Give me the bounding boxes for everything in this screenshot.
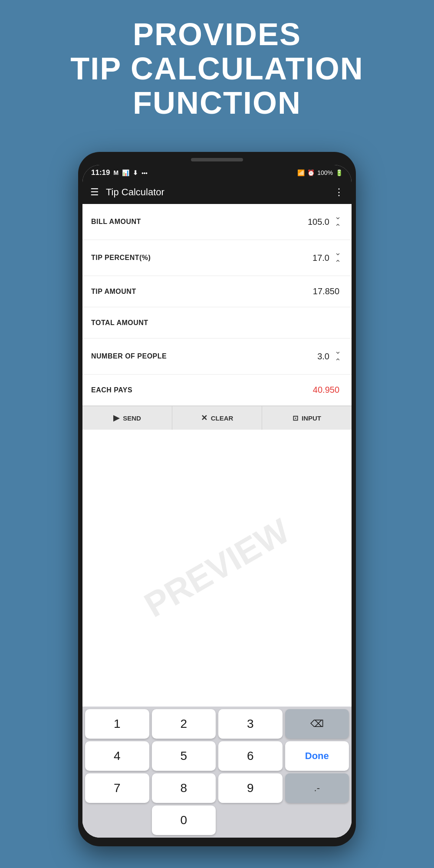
key-empty-left: [85, 806, 149, 835]
send-label: SEND: [123, 414, 141, 422]
num-people-stepper[interactable]: ⌄ ⌃: [333, 346, 343, 366]
keyboard-row-3: 7 8 9 .-: [82, 771, 352, 803]
key-5[interactable]: 5: [152, 741, 216, 771]
clear-button[interactable]: ✕ CLEAR: [172, 406, 262, 430]
num-people-value: 3.0: [295, 352, 329, 362]
phone-screen: 11:19 M 📊 ⬇ ••• 📶 ⏰ 100% 🔋 ☰ Tip Calcula…: [82, 165, 352, 838]
battery-text: 100%: [317, 169, 333, 176]
more-options-button[interactable]: ⋮: [334, 187, 344, 198]
key-2[interactable]: 2: [152, 709, 216, 739]
app-bar: ☰ Tip Calculator ⋮: [82, 181, 352, 204]
num-people-down[interactable]: ⌄: [333, 346, 343, 356]
tip-amount-row: TIP AMOUNT 17.850: [82, 276, 352, 307]
dots-icon: •••: [141, 170, 148, 176]
status-bar: 11:19 M 📊 ⬇ ••• 📶 ⏰ 100% 🔋: [82, 165, 352, 181]
key-3[interactable]: 3: [218, 709, 283, 739]
keyboard-row-2: 4 5 6 Done: [82, 739, 352, 771]
input-icon: ⊡: [293, 414, 298, 422]
each-pays-row: EACH PAYS 40.950: [82, 375, 352, 406]
input-button[interactable]: ⊡ INPUT: [262, 406, 352, 430]
bill-amount-value: 105.0: [295, 217, 329, 227]
bill-amount-down[interactable]: ⌄: [333, 212, 343, 221]
gmail-icon: M: [113, 169, 118, 176]
send-icon: ▶: [113, 413, 119, 423]
watermark: PREVIEW: [138, 511, 296, 625]
hero-line1: PROVIDES: [26, 17, 408, 52]
key-empty-right: [218, 806, 283, 835]
keyboard-area: 1 2 3 ⌫ 4 5 6 Done 7 8 9 .-: [82, 707, 352, 838]
tip-percent-up[interactable]: ⌃: [333, 258, 343, 268]
key-1[interactable]: 1: [85, 709, 149, 739]
each-pays-value: 40.950: [305, 385, 339, 395]
phone-frame: 11:19 M 📊 ⬇ ••• 📶 ⏰ 100% 🔋 ☰ Tip Calcula…: [78, 152, 356, 846]
keyboard-row-4: 0: [82, 803, 352, 838]
tip-percent-row: TIP PERCENT(%) 17.0 ⌄ ⌃: [82, 240, 352, 276]
wifi-icon: 📶: [297, 169, 305, 176]
calc-rows: BILL AMOUNT 105.0 ⌄ ⌃ TIP PERCENT(%) 17.…: [82, 204, 352, 406]
key-empty-far: [285, 806, 349, 835]
app-title: Tip Calculator: [106, 187, 327, 198]
key-dot-dash[interactable]: .-: [285, 773, 349, 803]
hamburger-button[interactable]: ☰: [90, 187, 99, 198]
hero-line2: TIP CALCULATION: [26, 52, 408, 86]
key-4[interactable]: 4: [85, 741, 149, 771]
num-people-label: NUMBER OF PEOPLE: [91, 352, 295, 360]
bill-amount-up[interactable]: ⌃: [333, 222, 343, 232]
key-0[interactable]: 0: [152, 806, 216, 835]
tip-percent-down[interactable]: ⌄: [333, 248, 343, 257]
key-6[interactable]: 6: [218, 741, 283, 771]
key-7[interactable]: 7: [85, 773, 149, 803]
alarm-icon: ⏰: [307, 169, 315, 176]
tip-percent-value: 17.0: [295, 253, 329, 263]
tip-percent-stepper[interactable]: ⌄ ⌃: [333, 248, 343, 268]
hero-line3: FUNCTION: [26, 86, 408, 120]
action-bar: ▶ SEND ✕ CLEAR ⊡ INPUT: [82, 406, 352, 430]
clear-label: CLEAR: [211, 414, 233, 422]
status-left: 11:19 M 📊 ⬇ •••: [91, 168, 148, 177]
total-amount-label: TOTAL AMOUNT: [91, 319, 305, 327]
tip-amount-value: 17.850: [305, 286, 339, 296]
bill-amount-label: BILL AMOUNT: [91, 218, 295, 226]
total-amount-row: TOTAL AMOUNT: [82, 307, 352, 339]
calc-content: BILL AMOUNT 105.0 ⌄ ⌃ TIP PERCENT(%) 17.…: [82, 204, 352, 838]
chart-icon: 📊: [122, 169, 129, 176]
bill-amount-row: BILL AMOUNT 105.0 ⌄ ⌃: [82, 204, 352, 240]
battery-icon: 🔋: [335, 169, 343, 176]
keyboard-row-1: 1 2 3 ⌫: [82, 707, 352, 739]
tip-percent-label: TIP PERCENT(%): [91, 254, 295, 262]
bill-amount-stepper[interactable]: ⌄ ⌃: [333, 212, 343, 232]
tip-amount-label: TIP AMOUNT: [91, 288, 305, 296]
clear-icon: ✕: [201, 413, 207, 423]
key-done[interactable]: Done: [285, 741, 349, 771]
cast-icon: ⬇: [133, 169, 138, 176]
hero-section: PROVIDES TIP CALCULATION FUNCTION: [0, 0, 434, 134]
phone-notch: [191, 158, 243, 161]
num-people-up[interactable]: ⌃: [333, 357, 343, 366]
key-9[interactable]: 9: [218, 773, 283, 803]
key-8[interactable]: 8: [152, 773, 216, 803]
input-label: INPUT: [302, 414, 321, 422]
status-right: 📶 ⏰ 100% 🔋: [297, 169, 343, 176]
each-pays-label: EACH PAYS: [91, 386, 305, 394]
num-people-row: NUMBER OF PEOPLE 3.0 ⌄ ⌃: [82, 339, 352, 375]
key-backspace[interactable]: ⌫: [285, 709, 349, 739]
status-time: 11:19: [91, 168, 110, 177]
empty-space: PREVIEW: [82, 430, 352, 707]
send-button[interactable]: ▶ SEND: [82, 406, 172, 430]
